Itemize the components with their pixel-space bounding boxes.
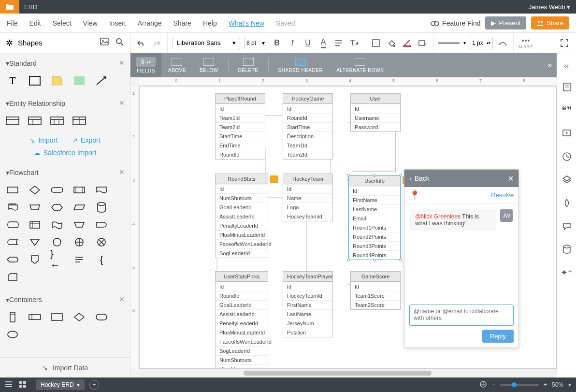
table-hockeyteam[interactable]: HockeyTeam Id Name Logo HockeyTeamId <box>283 174 333 221</box>
rail-magic-icon[interactable]: ✦⁺ <box>557 262 576 283</box>
gear-icon[interactable]: ✲ <box>6 38 13 48</box>
import-data-button[interactable]: ↘ Import Data <box>0 357 130 377</box>
close-icon[interactable]: × <box>119 167 124 177</box>
cont-2[interactable] <box>28 311 42 323</box>
present-button[interactable]: ▶ Present <box>485 16 526 29</box>
menu-select[interactable]: Select <box>53 19 72 27</box>
rail-present-icon[interactable] <box>557 123 576 144</box>
rail-quote-icon[interactable]: ❝❞ <box>557 100 576 121</box>
cont-5[interactable] <box>95 311 108 323</box>
flow-storeddata[interactable] <box>6 236 19 248</box>
folder-icon[interactable] <box>0 0 19 14</box>
close-icon[interactable]: × <box>119 98 124 108</box>
linewidth-input[interactable]: 1 px▴▾ <box>470 37 493 49</box>
list-view-icon[interactable] <box>5 381 13 389</box>
page-tab[interactable]: Hockey ERD▾ <box>36 379 85 390</box>
flow-display[interactable] <box>6 254 19 265</box>
zoom-value[interactable]: 50% <box>552 381 563 388</box>
more-button[interactable]: •••MORE <box>518 37 533 49</box>
flow-manualop[interactable] <box>72 219 86 231</box>
flow-notelines[interactable] <box>72 254 86 265</box>
flow-connector[interactable] <box>50 236 64 248</box>
collapse-right[interactable]: » <box>543 53 557 77</box>
fontsize-input[interactable]: 8 pt▾ <box>244 37 267 49</box>
shape-er-4[interactable] <box>72 115 86 127</box>
table-roundstats[interactable]: RoundStats Id NumShutouts GoalLeaderId A… <box>215 174 268 258</box>
collapse-icon[interactable]: « <box>564 57 569 74</box>
zoom-out-button[interactable]: − <box>492 381 495 388</box>
flow-multidoc[interactable] <box>6 202 19 213</box>
shape-block[interactable] <box>72 75 86 87</box>
table-user[interactable]: User Id Username Password <box>350 93 401 132</box>
rail-data-icon[interactable] <box>557 239 576 260</box>
feature-find[interactable]: Feature Find <box>431 19 480 27</box>
style-tool[interactable] <box>417 37 428 49</box>
import-link[interactable]: ↘Import <box>29 136 58 144</box>
rail-page-icon[interactable] <box>557 76 576 98</box>
add-above[interactable]: ABOVE <box>161 58 193 73</box>
comment-marker[interactable] <box>270 175 278 183</box>
flow-summing[interactable] <box>95 236 108 248</box>
flow-doc[interactable] <box>95 184 108 196</box>
textformat-button[interactable]: T◢ <box>348 37 360 49</box>
flow-database[interactable] <box>95 202 108 213</box>
line-style[interactable] <box>438 43 460 44</box>
table-hockeygame[interactable]: HockeyGame Id RoundId StartTime Descript… <box>283 93 333 160</box>
export-link[interactable]: ↗Export <box>72 136 100 144</box>
flow-card[interactable] <box>6 271 19 283</box>
fill-tool[interactable] <box>386 37 397 49</box>
table-userstatspicks[interactable]: UserStatsPicks Id RoundId GoalLeaderId A… <box>215 271 268 369</box>
resolve-button[interactable]: Resolve <box>491 191 514 199</box>
image-icon[interactable] <box>100 38 109 48</box>
border-tool[interactable] <box>401 37 413 49</box>
back-button[interactable]: ‹Back <box>409 174 430 182</box>
flow-predef[interactable] <box>72 184 86 196</box>
shape-text[interactable]: T <box>6 75 19 87</box>
table-gamescore[interactable]: GameScore Id Team1Score Team2Score <box>350 271 401 310</box>
flow-paper[interactable] <box>50 219 64 231</box>
horizontal-scrollbar[interactable] <box>139 369 557 377</box>
redo-button[interactable] <box>151 37 162 49</box>
menu-file[interactable]: File <box>7 19 18 27</box>
cont-6[interactable] <box>6 329 19 340</box>
flow-or[interactable] <box>72 236 86 248</box>
menu-help[interactable]: Help <box>203 19 217 27</box>
menu-whatsnew[interactable]: What's New <box>229 19 264 27</box>
zoom-in-button[interactable]: + <box>544 381 547 388</box>
flow-delay[interactable] <box>95 219 108 231</box>
bold-button[interactable]: B <box>271 37 283 49</box>
cont-3[interactable] <box>50 311 64 323</box>
rail-history-icon[interactable] <box>557 146 576 167</box>
comment-input[interactable] <box>409 305 514 326</box>
fields-count[interactable]: 8▴▾ FIELDS <box>130 53 161 77</box>
autofit-icon[interactable] <box>479 380 487 390</box>
flow-merge[interactable] <box>28 236 42 248</box>
salesforce-import[interactable]: ☁Salesforce Import <box>34 149 97 157</box>
doc-title[interactable]: ERD <box>24 3 37 11</box>
menu-arrange[interactable]: Arrange <box>138 19 162 27</box>
shape-er-2[interactable] <box>28 115 42 127</box>
flow-terminator[interactable] <box>50 184 64 196</box>
menu-view[interactable]: View <box>83 19 98 27</box>
shape-arrow[interactable] <box>95 75 108 87</box>
line-tool[interactable] <box>497 37 508 49</box>
shape-tool[interactable] <box>370 37 382 49</box>
flow-hexagon[interactable] <box>50 202 64 213</box>
flow-manual[interactable] <box>28 202 42 213</box>
flow-internalstorage[interactable] <box>28 219 42 231</box>
flow-data[interactable] <box>72 202 86 213</box>
cont-1[interactable] <box>6 311 19 323</box>
flow-offpage[interactable] <box>28 254 42 265</box>
flow-directdata[interactable] <box>6 219 19 231</box>
grid-view-icon[interactable] <box>19 381 26 389</box>
search-icon[interactable] <box>115 38 124 48</box>
table-playoffround[interactable]: PlayoffRound Id Team1Id Team2Id StartTim… <box>215 93 265 160</box>
shape-rect[interactable] <box>28 75 42 87</box>
font-select[interactable]: Liberation Sans▾ <box>173 37 240 49</box>
shape-er-3[interactable] <box>50 115 64 127</box>
rail-layers-icon[interactable] <box>557 169 576 190</box>
cont-4[interactable] <box>72 311 86 323</box>
user-menu[interactable]: James Webb ▾ <box>529 3 570 11</box>
rail-drop-icon[interactable] <box>557 192 576 214</box>
close-button[interactable]: × <box>508 173 514 184</box>
